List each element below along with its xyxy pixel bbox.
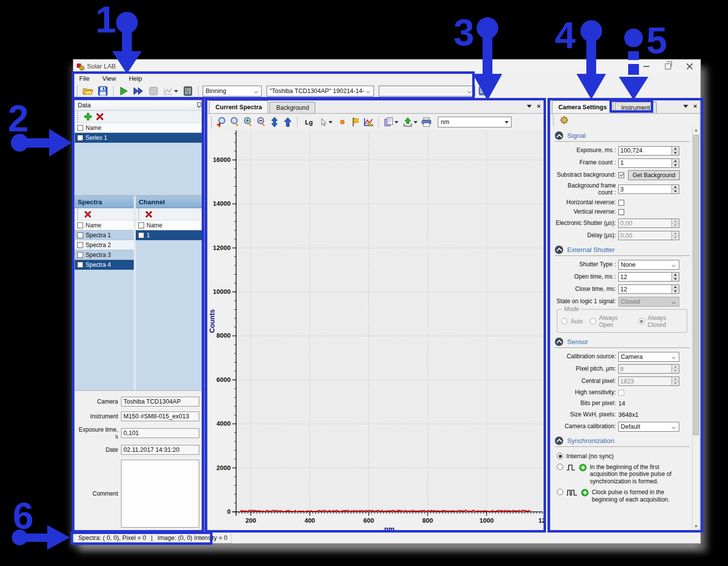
- play-icon: [119, 86, 129, 96]
- pin-icon[interactable]: [196, 102, 201, 108]
- logic-state-label: State on logic 1 signal:: [554, 298, 618, 305]
- collapse-icon[interactable]: [555, 338, 563, 346]
- panel-close-icon[interactable]: ×: [693, 103, 697, 109]
- panel-close-icon[interactable]: ×: [537, 103, 541, 109]
- open-time-input[interactable]: 12: [618, 272, 679, 282]
- select-all-checkbox[interactable]: [77, 125, 83, 131]
- calibration-source-combo[interactable]: Camera: [618, 352, 679, 362]
- close-button[interactable]: [679, 60, 700, 73]
- fit-vertical-button[interactable]: [269, 116, 280, 128]
- export-button[interactable]: [401, 116, 419, 128]
- delete-channel-button[interactable]: [145, 211, 152, 218]
- panel-menu-icon[interactable]: [527, 105, 532, 108]
- collapse-icon[interactable]: [555, 131, 563, 140]
- open-button[interactable]: [82, 85, 94, 97]
- camera-calibration-combo[interactable]: Default: [618, 422, 679, 432]
- spinner-buttons[interactable]: [671, 147, 679, 155]
- comment-label: Comment: [75, 490, 121, 497]
- flag-button[interactable]: [350, 116, 362, 128]
- save-to-db-button[interactable]: [477, 85, 490, 97]
- subtract-background-label: Substract background:: [554, 172, 618, 179]
- spectra-row[interactable]: Spectra 3: [75, 250, 134, 260]
- menu-help[interactable]: Help: [129, 75, 142, 82]
- sync-internal-radio[interactable]: [557, 453, 563, 459]
- flag-icon: [352, 117, 360, 127]
- settings-scrollbar[interactable]: ▲ ▼: [692, 126, 699, 530]
- tab-current-spectra[interactable]: Current Spectra: [209, 100, 268, 113]
- zoom-reset-button[interactable]: [215, 116, 227, 128]
- edit-chart-button[interactable]: [363, 116, 375, 128]
- zoom-out-button[interactable]: [255, 116, 267, 128]
- run-continuous-button[interactable]: [132, 85, 145, 97]
- copy-page-button[interactable]: [382, 116, 400, 128]
- series-checkbox[interactable]: [77, 135, 83, 141]
- fit-up-button[interactable]: [282, 116, 294, 128]
- series-row[interactable]: Series 1: [75, 133, 204, 143]
- spectra-checkbox[interactable]: [77, 252, 83, 258]
- spectra-checkbox[interactable]: [77, 242, 83, 248]
- cursor-tool-button[interactable]: [318, 116, 335, 128]
- zoom-window-button[interactable]: [229, 116, 241, 128]
- vertical-reverse-label: Vertical reverse:: [554, 209, 618, 216]
- spinner-buttons[interactable]: [671, 185, 679, 193]
- spectra-checkbox[interactable]: [77, 262, 83, 268]
- frame-count-input[interactable]: 1: [618, 158, 679, 168]
- add-series-button[interactable]: [84, 113, 92, 121]
- stop-button[interactable]: [147, 85, 160, 97]
- scrollbar-thumb[interactable]: [693, 135, 699, 435]
- get-background-button[interactable]: Get Background: [628, 170, 680, 180]
- spinner-buttons[interactable]: [671, 159, 679, 167]
- collapse-icon[interactable]: [555, 437, 563, 445]
- run-button[interactable]: [118, 85, 130, 97]
- sync-clock-pulse-radio[interactable]: [557, 489, 563, 495]
- restore-button[interactable]: [657, 60, 679, 73]
- channel-checkbox[interactable]: [138, 232, 144, 238]
- tab-instrument[interactable]: Instrument: [615, 102, 657, 113]
- menu-view[interactable]: View: [102, 75, 116, 82]
- collapse-icon[interactable]: [555, 246, 563, 254]
- close-time-input[interactable]: 12: [618, 284, 679, 294]
- delete-series-button[interactable]: [96, 113, 104, 121]
- marker-button[interactable]: [336, 116, 348, 128]
- comment-field[interactable]: [121, 460, 199, 528]
- horizontal-reverse-checkbox[interactable]: [618, 200, 624, 206]
- exposure-input[interactable]: 100,724: [618, 146, 679, 156]
- panel-menu-icon[interactable]: [683, 105, 688, 108]
- menu-file[interactable]: File: [79, 75, 90, 82]
- channel-row[interactable]: 1: [136, 230, 204, 240]
- camera-combo[interactable]: "Toshiba TCD1304AP" 190214-14-03-(: [267, 86, 374, 96]
- log-scale-button[interactable]: Lg: [301, 116, 317, 128]
- svg-text:14000: 14000: [213, 200, 231, 207]
- spectra-row[interactable]: Spectra 2: [75, 240, 134, 250]
- tab-camera-settings[interactable]: Camera Settings: [552, 100, 613, 113]
- print-button[interactable]: [421, 116, 432, 128]
- high-sensitivity-checkbox: [618, 390, 624, 396]
- tab-background[interactable]: Background: [270, 102, 315, 113]
- select-all-checkbox[interactable]: [77, 222, 83, 228]
- save-button[interactable]: [96, 85, 109, 97]
- select-all-checkbox[interactable]: [138, 222, 144, 228]
- camera-properties-button[interactable]: [560, 116, 570, 125]
- preset-combo[interactable]: [379, 86, 475, 96]
- subtract-background-checkbox[interactable]: [618, 172, 624, 178]
- shutter-type-combo[interactable]: None: [618, 260, 679, 270]
- device-panel-button[interactable]: [182, 85, 194, 97]
- spinner-buttons[interactable]: [671, 285, 679, 293]
- minimize-button[interactable]: [636, 60, 657, 73]
- binning-combo[interactable]: Binning: [203, 86, 262, 96]
- delete-spectra-button[interactable]: [84, 211, 91, 218]
- scroll-up-icon[interactable]: ▲: [693, 126, 699, 134]
- chart-mode-button[interactable]: [162, 85, 180, 97]
- unit-combo[interactable]: nm: [438, 117, 512, 127]
- spinner-buttons[interactable]: [671, 273, 679, 281]
- scroll-down-icon[interactable]: ▼: [693, 523, 699, 530]
- spectra-row[interactable]: Spectra 4: [75, 260, 134, 270]
- background-frame-count-input[interactable]: 3: [618, 185, 679, 194]
- spectra-checkbox[interactable]: [77, 232, 83, 238]
- zoom-in-button[interactable]: [242, 116, 254, 128]
- spectra-row[interactable]: Spectra 1: [75, 230, 134, 240]
- svg-text:0: 0: [227, 508, 231, 515]
- spectra-plot-area[interactable]: 2004006008001000120002000400060008000100…: [208, 130, 544, 531]
- sync-first-pulse-radio[interactable]: [557, 464, 563, 470]
- vertical-reverse-checkbox[interactable]: [618, 209, 624, 215]
